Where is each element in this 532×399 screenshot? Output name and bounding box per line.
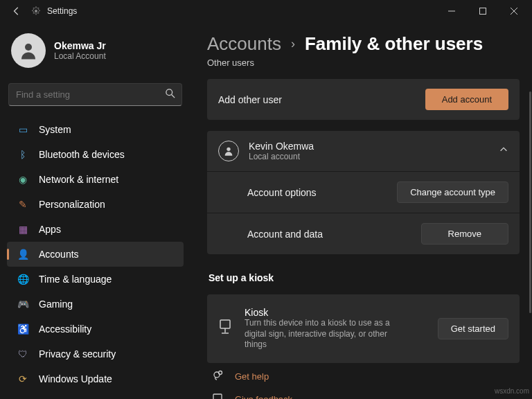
- maximize-button[interactable]: [467, 0, 498, 22]
- wifi-icon: ◉: [17, 173, 29, 186]
- user-entry-type: Local account: [249, 152, 314, 161]
- nav-gaming[interactable]: 🎮Gaming: [7, 292, 184, 317]
- chevron-up-icon[interactable]: [499, 145, 508, 157]
- kiosk-section-title: Set up a kiosk: [209, 272, 520, 283]
- settings-app-icon: [30, 6, 42, 17]
- kiosk-icon: [218, 319, 232, 337]
- help-icon: [213, 370, 224, 383]
- user-entry-name: Kevin Okemwa: [249, 141, 314, 152]
- nav-system[interactable]: ▭System: [7, 117, 184, 142]
- add-other-user-label: Add other user: [218, 94, 282, 105]
- breadcrumb: Accounts › Family & other users: [207, 22, 520, 55]
- update-icon: ⟳: [17, 373, 29, 385]
- scrollbar[interactable]: [529, 91, 531, 313]
- svg-rect-2: [479, 8, 486, 15]
- svg-point-5: [25, 44, 32, 51]
- nav-network[interactable]: ◉Network & internet: [7, 167, 184, 192]
- shield-icon: 🛡: [17, 348, 29, 360]
- give-feedback-link[interactable]: Give feedback: [235, 394, 292, 399]
- svg-line-7: [172, 95, 175, 98]
- feedback-icon: [213, 393, 224, 399]
- svg-point-0: [35, 10, 37, 12]
- search-input[interactable]: [8, 83, 182, 106]
- user-type: Local Account: [54, 51, 106, 61]
- kiosk-title: Kiosk: [245, 307, 425, 318]
- person-icon: [218, 141, 239, 161]
- user-name: Okemwa Jr: [54, 40, 106, 51]
- nav-accessibility[interactable]: ♿Accessibility: [7, 317, 184, 342]
- svg-rect-9: [220, 320, 230, 328]
- page-title: Family & other users: [305, 33, 483, 55]
- brush-icon: ✎: [17, 198, 29, 211]
- account-options-label: Account options: [247, 187, 317, 198]
- svg-point-6: [166, 89, 172, 96]
- nav-privacy[interactable]: 🛡Privacy & security: [7, 342, 184, 366]
- avatar: [11, 33, 46, 68]
- change-account-type-button[interactable]: Change account type: [397, 181, 508, 203]
- person-icon: 👤: [17, 248, 29, 260]
- remove-button[interactable]: Remove: [421, 223, 508, 245]
- chevron-right-icon: ›: [291, 37, 295, 51]
- add-account-button[interactable]: Add account: [425, 89, 508, 110]
- breadcrumb-parent[interactable]: Accounts: [207, 33, 281, 55]
- svg-rect-14: [213, 394, 222, 399]
- account-data-label: Account and data: [247, 229, 323, 240]
- nav-windows-update[interactable]: ⟳Windows Update: [7, 366, 184, 391]
- gamepad-icon: 🎮: [17, 298, 29, 310]
- nav-apps[interactable]: ▦Apps: [7, 217, 184, 242]
- minimize-button[interactable]: [436, 0, 467, 22]
- apps-icon: ▦: [17, 223, 29, 236]
- watermark: wsxdn.com: [495, 387, 529, 395]
- get-help-link[interactable]: Get help: [235, 371, 269, 382]
- search-icon: [166, 89, 175, 101]
- bluetooth-icon: ᛒ: [17, 148, 29, 161]
- close-button[interactable]: [498, 0, 529, 22]
- display-icon: ▭: [17, 123, 29, 136]
- nav-time-language[interactable]: 🌐Time & language: [7, 267, 184, 292]
- accessibility-icon: ♿: [17, 323, 29, 335]
- nav-personalization[interactable]: ✎Personalization: [7, 192, 184, 217]
- app-title: Settings: [47, 6, 77, 16]
- other-users-header: Other users: [207, 57, 520, 68]
- kiosk-description: Turn this device into a kiosk to use as …: [245, 318, 404, 351]
- globe-icon: 🌐: [17, 273, 29, 285]
- nav-accounts[interactable]: 👤Accounts: [7, 242, 184, 267]
- user-entry[interactable]: Kevin Okemwa Local account: [207, 131, 520, 171]
- back-button[interactable]: [3, 0, 30, 22]
- nav-bluetooth[interactable]: ᛒBluetooth & devices: [7, 142, 184, 167]
- current-user[interactable]: Okemwa Jr Local Account: [7, 28, 184, 79]
- get-started-button[interactable]: Get started: [438, 318, 508, 339]
- svg-point-8: [227, 148, 230, 151]
